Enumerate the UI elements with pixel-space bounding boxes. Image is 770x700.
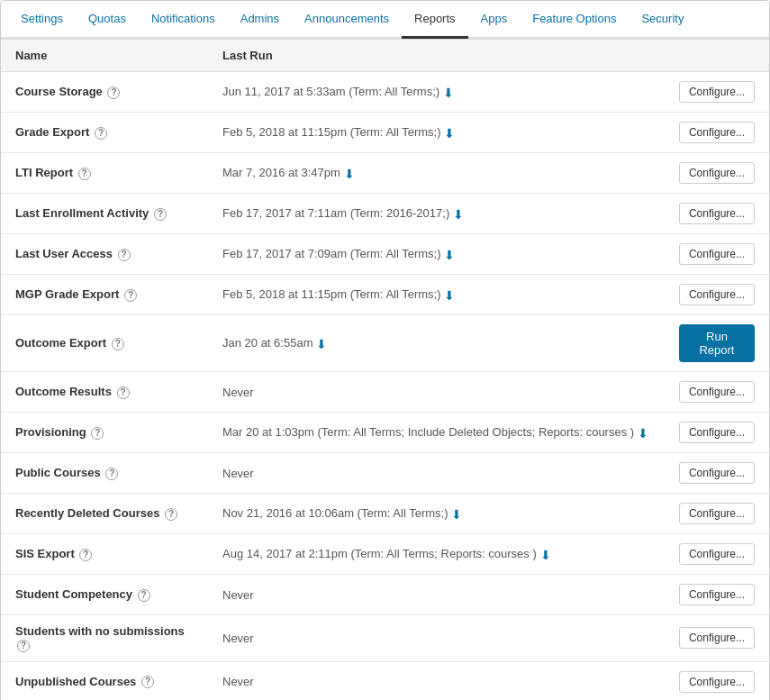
report-name-cell: Outcome Results ? xyxy=(1,372,208,413)
help-icon[interactable]: ? xyxy=(165,508,177,521)
report-name: Course Storage xyxy=(15,85,103,98)
configure-button[interactable]: Configure... xyxy=(679,422,755,443)
help-icon[interactable]: ? xyxy=(107,86,120,99)
configure-button[interactable]: Configure... xyxy=(679,627,755,649)
report-action-cell: Configure... xyxy=(665,275,769,315)
tab-feature-options[interactable]: Feature Options xyxy=(520,1,629,39)
configure-button[interactable]: Configure... xyxy=(679,203,755,224)
report-name-cell: Outcome Export ? xyxy=(1,315,208,372)
report-name-cell: Student Competency ? xyxy=(1,575,208,615)
report-lastrun-cell: Never xyxy=(208,575,665,615)
help-icon[interactable]: ? xyxy=(141,676,154,688)
report-name-cell: Public Courses ? xyxy=(1,453,208,494)
col-header-lastrun: Last Run xyxy=(208,40,665,72)
help-icon[interactable]: ? xyxy=(112,338,124,350)
help-icon[interactable]: ? xyxy=(118,249,131,261)
tab-reports[interactable]: Reports xyxy=(402,1,468,39)
table-row: Outcome Results ?NeverConfigure... xyxy=(1,372,769,413)
download-icon[interactable]: ⬇ xyxy=(441,125,456,140)
help-icon[interactable]: ? xyxy=(117,386,130,399)
report-action-cell: Configure... xyxy=(665,453,769,494)
run-report-button[interactable]: Run Report xyxy=(679,324,755,362)
report-name: SIS Export xyxy=(15,547,75,560)
tab-apps[interactable]: Apps xyxy=(468,1,521,39)
help-icon[interactable]: ? xyxy=(154,208,167,221)
report-lastrun-text: Never xyxy=(222,588,254,602)
configure-button[interactable]: Configure... xyxy=(679,381,755,403)
download-icon[interactable]: ⬇ xyxy=(449,206,464,221)
report-name: MGP Grade Export xyxy=(15,287,119,301)
report-lastrun-text: Feb 17, 2017 at 7:11am (Term: 2016-2017;… xyxy=(222,206,449,220)
download-icon[interactable]: ⬇ xyxy=(441,247,456,261)
help-icon[interactable]: ? xyxy=(138,589,150,602)
configure-button[interactable]: Configure... xyxy=(679,122,755,143)
report-name-cell: Grade Export ? xyxy=(1,113,208,153)
help-icon[interactable]: ? xyxy=(79,549,92,561)
report-lastrun-text: Never xyxy=(222,675,254,688)
report-lastrun-cell: Aug 14, 2017 at 2:11pm (Term: All Terms;… xyxy=(208,534,665,575)
table-row: Outcome Export ?Jan 20 at 6:55am ⬇Run Re… xyxy=(1,315,769,372)
configure-button[interactable]: Configure... xyxy=(679,543,755,565)
tab-navigation: SettingsQuotasNotificationsAdminsAnnounc… xyxy=(1,1,769,39)
report-lastrun-cell: Feb 5, 2018 at 11:15pm (Term: All Terms;… xyxy=(208,275,665,315)
help-icon[interactable]: ? xyxy=(124,289,137,302)
download-icon[interactable]: ⬇ xyxy=(634,425,648,440)
report-name: LTI Report xyxy=(15,166,73,179)
help-icon[interactable]: ? xyxy=(17,640,30,652)
help-icon[interactable]: ? xyxy=(91,427,104,440)
configure-button[interactable]: Configure... xyxy=(679,462,755,484)
tab-settings[interactable]: Settings xyxy=(8,1,76,39)
report-name-cell: LTI Report ? xyxy=(1,153,208,194)
report-name-cell: MGP Grade Export ? xyxy=(1,275,208,315)
configure-button[interactable]: Configure... xyxy=(679,584,755,605)
help-icon[interactable]: ? xyxy=(95,127,107,140)
report-lastrun-text: Nov 21, 2016 at 10:06am (Term: All Terms… xyxy=(222,506,448,520)
download-icon[interactable]: ⬇ xyxy=(441,287,456,302)
report-action-cell: Configure... xyxy=(665,413,769,453)
configure-button[interactable]: Configure... xyxy=(679,671,755,693)
report-lastrun-text: Never xyxy=(222,632,254,645)
help-icon[interactable]: ? xyxy=(105,468,118,480)
report-name-cell: Course Storage ? xyxy=(1,72,208,113)
report-lastrun-text: Aug 14, 2017 at 2:11pm (Term: All Terms;… xyxy=(222,547,537,560)
report-lastrun-cell: Jun 11, 2017 at 5:33am (Term: All Terms;… xyxy=(208,72,665,113)
report-name: Outcome Export xyxy=(15,336,106,350)
report-name: Unpublished Courses xyxy=(15,675,136,688)
report-name: Outcome Results xyxy=(15,385,112,398)
configure-button[interactable]: Configure... xyxy=(679,243,755,265)
report-lastrun-text: Never xyxy=(222,386,254,399)
download-icon[interactable]: ⬇ xyxy=(313,336,327,350)
tab-notifications[interactable]: Notifications xyxy=(139,1,228,39)
report-lastrun-cell: Never xyxy=(208,661,665,700)
report-lastrun-text: Feb 5, 2018 at 11:15pm (Term: All Terms;… xyxy=(222,287,441,301)
table-row: LTI Report ?Mar 7, 2016 at 3:47pm ⬇Confi… xyxy=(1,153,769,194)
tab-quotas[interactable]: Quotas xyxy=(76,1,139,39)
tab-announcements[interactable]: Announcements xyxy=(292,1,402,39)
configure-button[interactable]: Configure... xyxy=(679,162,755,184)
report-lastrun-cell: Feb 17, 2017 at 7:11am (Term: 2016-2017;… xyxy=(208,194,665,234)
tab-admins[interactable]: Admins xyxy=(228,1,292,39)
reports-table: Name Last Run Course Storage ?Jun 11, 20… xyxy=(1,39,769,700)
download-icon[interactable]: ⬇ xyxy=(439,85,454,99)
download-icon[interactable]: ⬇ xyxy=(448,506,462,521)
table-row: Provisioning ?Mar 20 at 1:03pm (Term: Al… xyxy=(1,413,769,453)
report-action-cell: Configure... xyxy=(665,234,769,275)
report-lastrun-text: Jun 11, 2017 at 5:33am (Term: All Terms;… xyxy=(222,85,439,98)
table-row: Grade Export ?Feb 5, 2018 at 11:15pm (Te… xyxy=(1,113,769,153)
table-row: Unpublished Courses ?NeverConfigure... xyxy=(1,661,769,700)
main-container: SettingsQuotasNotificationsAdminsAnnounc… xyxy=(0,0,770,700)
help-icon[interactable]: ? xyxy=(78,168,91,180)
report-name: Last Enrollment Activity xyxy=(15,206,149,220)
report-lastrun-text: Feb 17, 2017 at 7:09am (Term: All Terms;… xyxy=(222,247,441,260)
report-action-cell: Configure... xyxy=(665,575,769,615)
tab-security[interactable]: Security xyxy=(629,1,696,39)
table-row: Last User Access ?Feb 17, 2017 at 7:09am… xyxy=(1,234,769,275)
report-name-cell: Unpublished Courses ? xyxy=(1,661,208,700)
download-icon[interactable]: ⬇ xyxy=(340,166,355,180)
report-name-cell: SIS Export ? xyxy=(1,534,208,575)
configure-button[interactable]: Configure... xyxy=(679,81,755,103)
download-icon[interactable]: ⬇ xyxy=(537,547,551,561)
report-name-cell: Provisioning ? xyxy=(1,413,208,453)
configure-button[interactable]: Configure... xyxy=(679,503,755,524)
configure-button[interactable]: Configure... xyxy=(679,284,755,305)
